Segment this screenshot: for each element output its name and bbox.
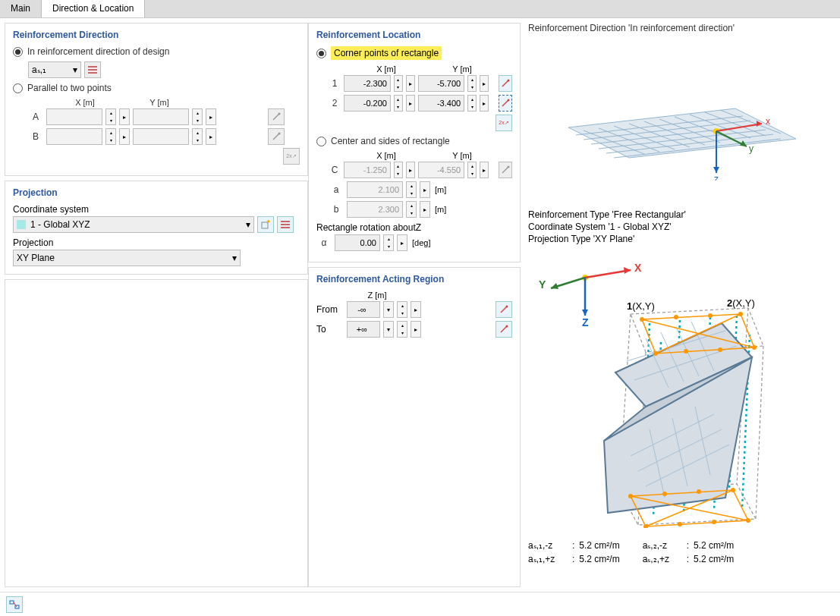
footer-diagram-icon-button[interactable] <box>6 596 23 613</box>
tab-bar: Main Direction & Location <box>0 0 840 18</box>
svg-point-76 <box>738 312 743 316</box>
pick-2x-icon-button: 2x↗ <box>283 148 300 165</box>
arrow-a-y: ▸ <box>206 108 216 125</box>
svg-line-13 <box>502 80 508 86</box>
input-2-x[interactable]: -0.200 <box>344 95 391 112</box>
arrow-2-x[interactable]: ▸ <box>406 95 415 112</box>
info-type: Reinforcement Type 'Free Rectangular' <box>528 209 835 220</box>
spinner-2-x[interactable]: ▴▾ <box>394 95 403 112</box>
axis-Z: Z <box>582 316 589 328</box>
select-to[interactable]: +∞ <box>347 321 380 338</box>
radio-parallel-two-points[interactable] <box>13 83 23 93</box>
input-alpha[interactable]: 0.00 <box>335 234 380 251</box>
svg-point-99 <box>678 522 682 526</box>
spinner-b-x: ▴▾ <box>105 128 116 145</box>
input-2-y[interactable]: -3.400 <box>418 95 465 112</box>
svg-point-93 <box>628 494 633 498</box>
svg-rect-1 <box>88 69 97 71</box>
spinner-alpha[interactable]: ▴▾ <box>383 234 394 251</box>
select-as1[interactable]: aₛ,₁ ▾ <box>28 61 81 78</box>
radio-center-sides[interactable] <box>316 137 326 146</box>
arrow-to[interactable]: ▸ <box>411 321 421 338</box>
arrow-1-x[interactable]: ▸ <box>406 75 415 92</box>
svg-point-6 <box>278 133 281 135</box>
svg-rect-2 <box>88 72 97 74</box>
as22-label: aₛ,₂,+z <box>643 554 682 564</box>
input-b: 2.300 <box>347 201 403 218</box>
spinner-2-y[interactable]: ▴▾ <box>467 95 477 112</box>
svg-marker-51 <box>551 283 558 289</box>
input-1-y[interactable]: -5.700 <box>418 75 465 92</box>
arrow-alpha[interactable]: ▸ <box>397 234 407 251</box>
row-c-label: C <box>329 165 341 175</box>
panel-reinforcement-location: Reinforcement Location Corner points of … <box>308 23 521 262</box>
unit-m-a: [m] <box>435 185 446 194</box>
pick-2x-icon-button[interactable]: 2x↗ <box>496 115 512 131</box>
radio-in-direction[interactable] <box>13 47 23 57</box>
panel-acting-region: Reinforcement Acting Region Z [m] From -… <box>308 267 521 587</box>
svg-text:✦: ✦ <box>266 220 270 225</box>
axis-X: X <box>634 262 642 274</box>
svg-line-3 <box>273 114 279 120</box>
pick-from-icon-button[interactable] <box>496 301 512 318</box>
point-2-label: 2(X,Y) <box>727 297 755 309</box>
spinner-b-y: ▴▾ <box>192 128 203 145</box>
svg-point-75 <box>640 317 644 322</box>
input-b-y <box>133 128 189 145</box>
svg-point-100 <box>712 520 716 524</box>
select-coord-system[interactable]: 1 - Global XYZ ▾ <box>13 216 254 233</box>
row-b-label: B <box>28 131 43 142</box>
pick-1-icon-button[interactable] <box>499 75 512 92</box>
to-drop-icon[interactable]: ▾ <box>383 321 394 338</box>
select-from[interactable]: -∞ <box>347 301 380 318</box>
svg-point-79 <box>674 315 678 319</box>
from-drop-icon[interactable]: ▾ <box>383 301 394 318</box>
input-1-x[interactable]: -2.300 <box>344 75 391 92</box>
col-z: Z [m] <box>347 291 407 300</box>
new-cs-icon-button[interactable]: ✦ <box>257 216 274 233</box>
col-y: Y [m] <box>424 64 500 74</box>
label-coord-system: Coordinate system <box>13 204 300 215</box>
spinner-1-y[interactable]: ▴▾ <box>467 75 477 92</box>
spinner-a-x: ▴▾ <box>105 108 116 125</box>
svg-rect-12 <box>281 227 290 228</box>
chevron-down-icon: ▾ <box>73 64 77 75</box>
svg-rect-0 <box>88 66 97 68</box>
arrow-2-y[interactable]: ▸ <box>480 95 489 112</box>
arrow-b-y: ▸ <box>206 128 216 145</box>
spinner-1-x[interactable]: ▴▾ <box>394 75 403 92</box>
cs-list-icon-button[interactable] <box>277 216 294 233</box>
cs-icon <box>17 220 26 229</box>
svg-rect-7 <box>17 220 26 229</box>
as-values-grid: aₛ,₁,-z:5.2 cm²/m aₛ,₁,+z:5.2 cm²/m aₛ,₂… <box>528 540 835 564</box>
row-1-label: 1 <box>329 78 341 89</box>
select-projection[interactable]: XY Plane ▾ <box>13 250 241 266</box>
spinner-from[interactable]: ▴▾ <box>397 301 407 318</box>
svg-rect-10 <box>281 221 290 222</box>
tab-direction-location[interactable]: Direction & Location <box>42 0 145 17</box>
arrow-1-y[interactable]: ▸ <box>480 75 489 92</box>
panel-reinforcement-direction: Reinforcement Direction In reinforcement… <box>5 23 308 176</box>
svg-point-77 <box>752 345 757 350</box>
arrow-a: ▸ <box>420 181 430 198</box>
label-rotation: Rectangle rotation aboutZ <box>316 222 512 233</box>
pick-b-icon-button <box>268 128 285 145</box>
svg-point-22 <box>506 325 508 328</box>
panel-title-acting: Reinforcement Acting Region <box>316 274 512 284</box>
col-y2: Y [m] <box>424 151 500 160</box>
panel-title-location: Reinforcement Location <box>316 30 512 40</box>
radio-corner-label: Corner points of rectangle <box>331 46 442 60</box>
pick-to-icon-button[interactable] <box>496 321 512 338</box>
radio-corner-points[interactable] <box>316 49 326 58</box>
list-icon-button[interactable] <box>84 61 101 78</box>
input-a-y <box>133 108 189 125</box>
tab-main[interactable]: Main <box>0 0 42 17</box>
arrow-from[interactable]: ▸ <box>411 301 421 318</box>
label-projection: Projection <box>13 237 300 248</box>
col-header-y: Y [m] <box>122 98 197 107</box>
spinner-to[interactable]: ▴▾ <box>397 321 407 338</box>
as21-label: aₛ,₂,-z <box>643 540 682 551</box>
chevron-down-icon: ▾ <box>246 219 250 230</box>
panel-empty <box>5 279 308 587</box>
pick-2-icon-button[interactable] <box>499 95 512 112</box>
